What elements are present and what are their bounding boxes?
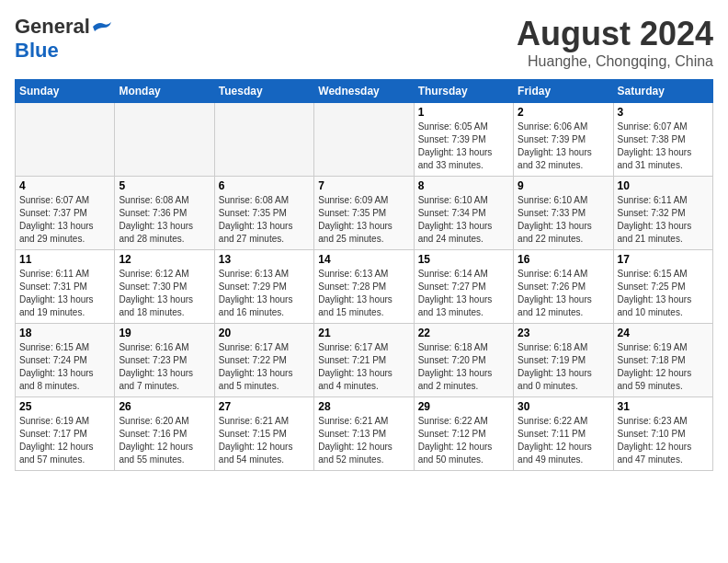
day-number: 14 bbox=[318, 253, 409, 266]
calendar-day-cell bbox=[314, 103, 414, 177]
calendar-day-cell: 7Sunrise: 6:09 AM Sunset: 7:35 PM Daylig… bbox=[314, 177, 414, 250]
calendar-day-cell: 26Sunrise: 6:20 AM Sunset: 7:16 PM Dayli… bbox=[115, 397, 214, 471]
day-number: 30 bbox=[518, 400, 609, 413]
calendar-day-cell: 27Sunrise: 6:21 AM Sunset: 7:15 PM Dayli… bbox=[214, 397, 313, 471]
day-number: 21 bbox=[318, 327, 409, 339]
logo: General Blue bbox=[15, 15, 112, 63]
day-info: Sunrise: 6:23 AM Sunset: 7:10 PM Dayligh… bbox=[618, 415, 709, 466]
day-info: Sunrise: 6:22 AM Sunset: 7:12 PM Dayligh… bbox=[418, 415, 509, 466]
calendar-day-cell: 4Sunrise: 6:07 AM Sunset: 7:37 PM Daylig… bbox=[16, 177, 115, 250]
day-info: Sunrise: 6:21 AM Sunset: 7:15 PM Dayligh… bbox=[219, 415, 310, 466]
day-of-week-header: Sunday bbox=[16, 80, 115, 103]
day-number: 1 bbox=[418, 106, 509, 119]
day-info: Sunrise: 6:09 AM Sunset: 7:35 PM Dayligh… bbox=[318, 194, 409, 246]
day-info: Sunrise: 6:19 AM Sunset: 7:17 PM Dayligh… bbox=[19, 415, 110, 466]
day-of-week-header: Friday bbox=[514, 80, 613, 103]
calendar-day-cell: 12Sunrise: 6:12 AM Sunset: 7:30 PM Dayli… bbox=[115, 250, 214, 324]
day-info: Sunrise: 6:18 AM Sunset: 7:20 PM Dayligh… bbox=[418, 341, 509, 393]
day-info: Sunrise: 6:10 AM Sunset: 7:33 PM Dayligh… bbox=[518, 194, 609, 246]
day-number: 19 bbox=[119, 327, 210, 339]
day-info: Sunrise: 6:15 AM Sunset: 7:25 PM Dayligh… bbox=[618, 268, 709, 319]
calendar-day-cell: 23Sunrise: 6:18 AM Sunset: 7:19 PM Dayli… bbox=[514, 324, 613, 397]
day-number: 7 bbox=[318, 179, 409, 192]
calendar-day-cell: 30Sunrise: 6:22 AM Sunset: 7:11 PM Dayli… bbox=[514, 397, 613, 471]
day-info: Sunrise: 6:06 AM Sunset: 7:39 PM Dayligh… bbox=[518, 121, 609, 172]
calendar-day-cell: 19Sunrise: 6:16 AM Sunset: 7:23 PM Dayli… bbox=[115, 324, 214, 397]
calendar-day-cell: 9Sunrise: 6:10 AM Sunset: 7:33 PM Daylig… bbox=[514, 177, 613, 250]
day-number: 27 bbox=[219, 400, 310, 413]
day-number: 17 bbox=[618, 253, 709, 266]
day-number: 15 bbox=[418, 253, 509, 266]
calendar-week-row: 1Sunrise: 6:05 AM Sunset: 7:39 PM Daylig… bbox=[16, 103, 713, 177]
day-info: Sunrise: 6:21 AM Sunset: 7:13 PM Dayligh… bbox=[318, 415, 409, 466]
logo-bird-icon bbox=[91, 19, 111, 34]
day-of-week-header: Saturday bbox=[613, 80, 712, 103]
day-of-week-header: Tuesday bbox=[214, 80, 313, 103]
calendar-day-cell: 29Sunrise: 6:22 AM Sunset: 7:12 PM Dayli… bbox=[414, 397, 513, 471]
calendar-day-cell: 5Sunrise: 6:08 AM Sunset: 7:36 PM Daylig… bbox=[115, 177, 214, 250]
calendar-day-cell: 28Sunrise: 6:21 AM Sunset: 7:13 PM Dayli… bbox=[314, 397, 414, 471]
calendar-day-cell: 31Sunrise: 6:23 AM Sunset: 7:10 PM Dayli… bbox=[613, 397, 712, 471]
calendar-day-cell: 16Sunrise: 6:14 AM Sunset: 7:26 PM Dayli… bbox=[514, 250, 613, 324]
day-number: 3 bbox=[618, 106, 709, 119]
month-year-title: August 2024 bbox=[517, 15, 713, 53]
day-number: 22 bbox=[418, 327, 509, 339]
calendar-day-cell: 2Sunrise: 6:06 AM Sunset: 7:39 PM Daylig… bbox=[514, 103, 613, 177]
day-number: 2 bbox=[518, 106, 609, 119]
calendar-week-row: 25Sunrise: 6:19 AM Sunset: 7:17 PM Dayli… bbox=[16, 397, 713, 471]
day-number: 6 bbox=[219, 179, 310, 192]
day-number: 13 bbox=[219, 253, 310, 266]
day-info: Sunrise: 6:14 AM Sunset: 7:27 PM Dayligh… bbox=[418, 268, 509, 319]
calendar-day-cell: 11Sunrise: 6:11 AM Sunset: 7:31 PM Dayli… bbox=[16, 250, 115, 324]
calendar-day-cell bbox=[16, 103, 115, 177]
day-info: Sunrise: 6:11 AM Sunset: 7:31 PM Dayligh… bbox=[19, 268, 110, 319]
calendar-day-cell: 25Sunrise: 6:19 AM Sunset: 7:17 PM Dayli… bbox=[16, 397, 115, 471]
calendar-day-cell: 17Sunrise: 6:15 AM Sunset: 7:25 PM Dayli… bbox=[613, 250, 712, 324]
day-number: 25 bbox=[19, 400, 110, 413]
day-info: Sunrise: 6:18 AM Sunset: 7:19 PM Dayligh… bbox=[518, 341, 609, 393]
calendar-day-cell: 3Sunrise: 6:07 AM Sunset: 7:38 PM Daylig… bbox=[613, 103, 712, 177]
location-subtitle: Huanghe, Chongqing, China bbox=[517, 53, 713, 70]
page-header: General Blue August 2024 Huanghe, Chongq… bbox=[15, 15, 713, 70]
day-of-week-header: Monday bbox=[115, 80, 214, 103]
day-info: Sunrise: 6:11 AM Sunset: 7:32 PM Dayligh… bbox=[618, 194, 709, 246]
day-number: 23 bbox=[518, 327, 609, 339]
title-block: August 2024 Huanghe, Chongqing, China bbox=[517, 15, 713, 70]
day-info: Sunrise: 6:14 AM Sunset: 7:26 PM Dayligh… bbox=[518, 268, 609, 319]
day-info: Sunrise: 6:13 AM Sunset: 7:29 PM Dayligh… bbox=[219, 268, 310, 319]
day-number: 28 bbox=[318, 400, 409, 413]
day-info: Sunrise: 6:05 AM Sunset: 7:39 PM Dayligh… bbox=[418, 121, 509, 172]
calendar-day-cell: 8Sunrise: 6:10 AM Sunset: 7:34 PM Daylig… bbox=[414, 177, 513, 250]
day-info: Sunrise: 6:08 AM Sunset: 7:35 PM Dayligh… bbox=[219, 194, 310, 246]
calendar-day-cell bbox=[214, 103, 313, 177]
calendar-day-cell: 21Sunrise: 6:17 AM Sunset: 7:21 PM Dayli… bbox=[314, 324, 414, 397]
day-info: Sunrise: 6:17 AM Sunset: 7:22 PM Dayligh… bbox=[219, 341, 310, 393]
day-of-week-header: Wednesday bbox=[314, 80, 414, 103]
calendar-week-row: 11Sunrise: 6:11 AM Sunset: 7:31 PM Dayli… bbox=[16, 250, 713, 324]
day-number: 26 bbox=[119, 400, 210, 413]
day-of-week-header: Thursday bbox=[414, 80, 513, 103]
day-info: Sunrise: 6:07 AM Sunset: 7:38 PM Dayligh… bbox=[618, 121, 709, 172]
day-number: 18 bbox=[19, 327, 110, 339]
calendar-header-row: SundayMondayTuesdayWednesdayThursdayFrid… bbox=[16, 80, 713, 103]
day-number: 12 bbox=[119, 253, 210, 266]
day-info: Sunrise: 6:10 AM Sunset: 7:34 PM Dayligh… bbox=[418, 194, 509, 246]
calendar-day-cell: 22Sunrise: 6:18 AM Sunset: 7:20 PM Dayli… bbox=[414, 324, 513, 397]
calendar-day-cell: 1Sunrise: 6:05 AM Sunset: 7:39 PM Daylig… bbox=[414, 103, 513, 177]
calendar-week-row: 18Sunrise: 6:15 AM Sunset: 7:24 PM Dayli… bbox=[16, 324, 713, 397]
day-number: 11 bbox=[19, 253, 110, 266]
day-number: 5 bbox=[119, 179, 210, 192]
day-info: Sunrise: 6:22 AM Sunset: 7:11 PM Dayligh… bbox=[518, 415, 609, 466]
day-info: Sunrise: 6:20 AM Sunset: 7:16 PM Dayligh… bbox=[119, 415, 210, 466]
calendar-day-cell: 15Sunrise: 6:14 AM Sunset: 7:27 PM Dayli… bbox=[414, 250, 513, 324]
day-number: 8 bbox=[418, 179, 509, 192]
calendar-day-cell: 20Sunrise: 6:17 AM Sunset: 7:22 PM Dayli… bbox=[214, 324, 313, 397]
calendar-day-cell: 24Sunrise: 6:19 AM Sunset: 7:18 PM Dayli… bbox=[613, 324, 712, 397]
day-number: 10 bbox=[618, 179, 709, 192]
day-number: 9 bbox=[518, 179, 609, 192]
logo-general-text: General bbox=[15, 15, 90, 39]
calendar-table: SundayMondayTuesdayWednesdayThursdayFrid… bbox=[15, 79, 713, 471]
day-number: 16 bbox=[518, 253, 609, 266]
day-info: Sunrise: 6:12 AM Sunset: 7:30 PM Dayligh… bbox=[119, 268, 210, 319]
calendar-day-cell bbox=[115, 103, 214, 177]
